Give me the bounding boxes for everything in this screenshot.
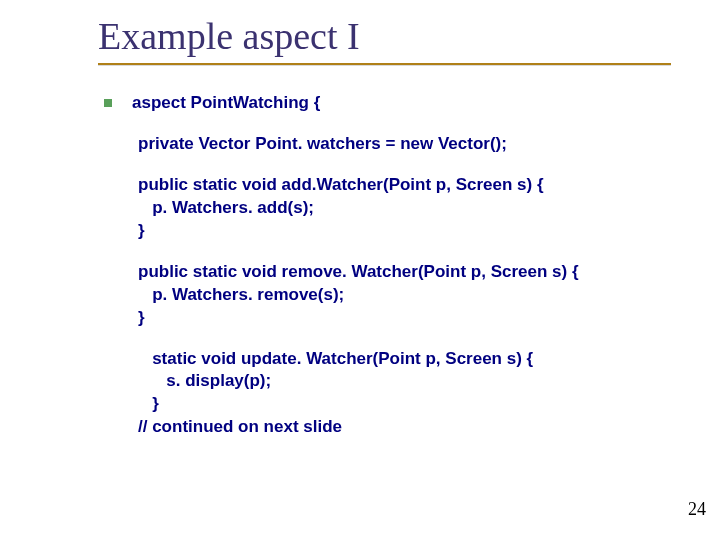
slide: Example aspect I aspect PointWatching { … (0, 0, 720, 540)
slide-title: Example aspect I (98, 14, 360, 58)
code-paragraph-2: public static void add.Watcher(Point p, … (138, 174, 664, 243)
square-bullet-icon (104, 99, 112, 107)
code-paragraph-4: static void update. Watcher(Point p, Scr… (138, 348, 664, 440)
title-underline (98, 63, 671, 65)
slide-body: aspect PointWatching { private Vector Po… (104, 92, 664, 457)
code-paragraph-1: private Vector Point. watchers = new Vec… (138, 133, 664, 156)
code-paragraph-3: public static void remove. Watcher(Point… (138, 261, 664, 330)
bullet-text: aspect PointWatching { (132, 92, 320, 115)
bullet-item: aspect PointWatching { (104, 92, 664, 115)
page-number: 24 (688, 499, 706, 520)
